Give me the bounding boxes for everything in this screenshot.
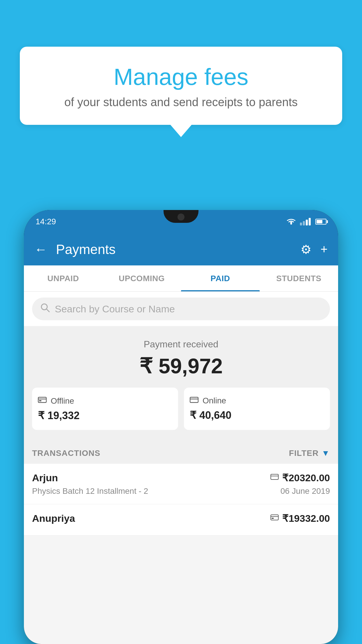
payment-label: Payment received <box>32 339 330 350</box>
phone-content: Search by Course or Name Payment receive… <box>24 292 338 644</box>
transaction-desc: Physics Batch 12 Installment - 2 <box>32 487 148 496</box>
tab-paid[interactable]: PAID <box>181 265 260 291</box>
search-bar: Search by Course or Name <box>24 292 338 326</box>
transaction-name: Anupriya <box>32 513 75 524</box>
svg-line-2 <box>46 309 49 312</box>
transaction-row-bottom: Physics Batch 12 Installment - 2 06 June… <box>32 487 330 496</box>
add-icon[interactable]: + <box>320 242 328 256</box>
offline-amount: ₹ 19,332 <box>38 410 172 422</box>
online-payment-icon <box>270 473 279 482</box>
status-icons <box>286 218 326 225</box>
status-time: 14:29 <box>36 217 56 226</box>
tab-unpaid[interactable]: UNPAID <box>24 265 103 291</box>
transaction-item[interactable]: Anupriya ₹19332.00 <box>24 504 338 536</box>
svg-rect-12 <box>272 518 274 519</box>
status-bar: 14:29 <box>24 210 338 233</box>
search-input-wrap[interactable]: Search by Course or Name <box>32 298 330 320</box>
transaction-row-top: Arjun ₹20320.00 <box>32 472 330 484</box>
offline-icon <box>38 396 47 406</box>
transaction-amount: ₹20320.00 <box>282 472 330 484</box>
transaction-date: 06 June 2019 <box>280 487 330 496</box>
tabs-bar: UNPAID UPCOMING PAID STUDENTS <box>24 265 338 292</box>
transaction-list: Arjun ₹20320.00 Physics Batch 12 Install… <box>24 464 338 536</box>
transaction-row-top: Anupriya ₹19332.00 <box>32 512 330 524</box>
signal-icon <box>300 218 311 225</box>
search-icon <box>40 303 50 315</box>
online-card: Online ₹ 40,640 <box>184 388 330 430</box>
speech-bubble: Manage fees of your students and send re… <box>20 47 342 125</box>
transaction-amount-wrap: ₹20320.00 <box>270 472 330 484</box>
transactions-label: TRANSACTIONS <box>32 449 100 458</box>
battery-icon <box>315 219 326 225</box>
offline-card: Offline ₹ 19,332 <box>32 388 178 430</box>
svg-rect-6 <box>190 397 198 402</box>
offline-payment-icon <box>270 514 279 523</box>
offline-label: Offline <box>51 396 74 406</box>
filter-icon: ▼ <box>321 449 330 458</box>
transaction-name: Arjun <box>32 472 58 484</box>
offline-card-header: Offline <box>38 396 172 406</box>
online-amount: ₹ 40,640 <box>190 409 324 421</box>
app-header: ← Payments ⚙ + <box>24 233 338 265</box>
payment-summary: Payment received ₹ 59,972 Offline <box>24 326 338 440</box>
camera-dot <box>178 214 184 220</box>
svg-rect-3 <box>38 397 46 402</box>
online-icon <box>190 396 198 406</box>
transactions-header: TRANSACTIONS FILTER ▼ <box>24 440 338 464</box>
bubble-title: Manage fees <box>34 64 328 90</box>
header-title: Payments <box>56 242 295 257</box>
online-card-header: Online <box>190 396 324 406</box>
header-icons: ⚙ + <box>301 242 328 257</box>
tab-students[interactable]: STUDENTS <box>260 265 338 291</box>
search-placeholder: Search by Course or Name <box>55 303 175 315</box>
bubble-subtitle: of your students and send receipts to pa… <box>34 96 328 109</box>
svg-rect-8 <box>271 474 278 480</box>
svg-rect-5 <box>39 400 41 401</box>
phone-frame: 14:29 <box>24 210 338 644</box>
svg-point-0 <box>290 223 292 225</box>
transaction-item[interactable]: Arjun ₹20320.00 Physics Batch 12 Install… <box>24 464 338 504</box>
online-label: Online <box>203 396 226 405</box>
svg-rect-10 <box>271 515 278 520</box>
payment-amount: ₹ 59,972 <box>32 354 330 378</box>
phone-notch <box>164 210 198 223</box>
payment-cards: Offline ₹ 19,332 Online <box>32 388 330 430</box>
settings-icon[interactable]: ⚙ <box>301 242 312 257</box>
wifi-icon <box>286 218 296 225</box>
transaction-amount: ₹19332.00 <box>282 512 330 524</box>
filter-button[interactable]: FILTER ▼ <box>289 449 330 458</box>
transaction-amount-wrap: ₹19332.00 <box>270 512 330 524</box>
back-button[interactable]: ← <box>34 242 47 257</box>
tab-upcoming[interactable]: UPCOMING <box>103 265 181 291</box>
